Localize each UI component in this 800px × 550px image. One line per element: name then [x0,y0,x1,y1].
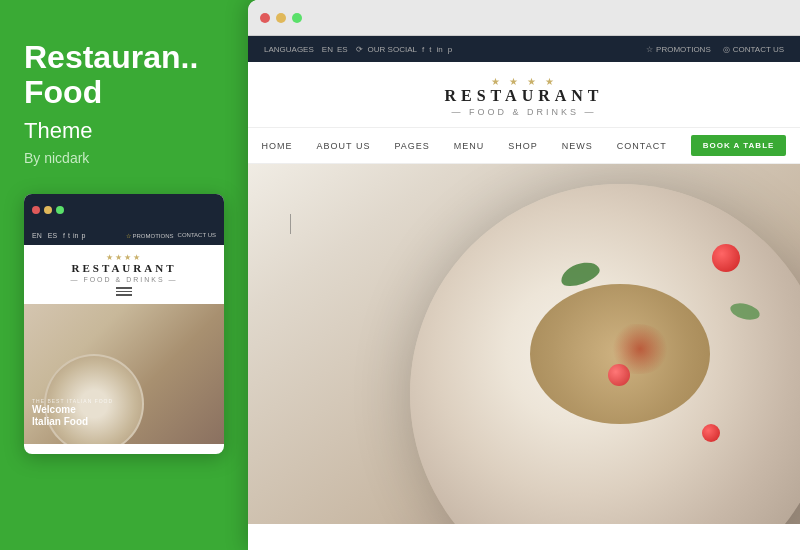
mobile-nav-right: ☆ PROMOTIONS CONTACT US [126,232,216,239]
mobile-contact-label: CONTACT US [178,232,216,239]
star-icon: ☆ [126,233,131,239]
hamburger-line [116,294,132,296]
mobile-hero-label: THE BEST ITALIAN FOOD [32,398,113,404]
browser-dot-red [260,13,270,23]
mobile-topbar: EN ES f t in p ☆ PROMOTIONS CONTACT US [24,226,224,245]
mobile-restaurant-name: RESTAURANT [24,262,224,274]
mobile-browser-chrome [24,194,224,226]
pinterest-icon: p [81,232,85,239]
mobile-logo-section: ★★★★ RESTAURANT — FOOD & DRINKS — [24,245,224,304]
nav-item-about[interactable]: ABOUT US [317,141,371,151]
nav-item-news[interactable]: NEWS [562,141,593,151]
topbar-contact[interactable]: ◎ CONTACT US [723,45,784,54]
mobile-stars: ★★★★ [24,253,224,262]
nav-item-home[interactable]: HOME [262,141,293,151]
mobile-promotions-label: ☆ PROMOTIONS [126,232,174,239]
lang-es[interactable]: ES [337,45,348,54]
mobile-lang-es: ES [48,232,57,239]
mobile-hero-text: THE BEST ITALIAN FOOD Welcome Italian Fo… [32,398,113,428]
mobile-tagline: — FOOD & DRINKS — [24,276,224,283]
facebook-icon[interactable]: f [422,45,424,54]
topbar-right: ☆ PROMOTIONS ◎ CONTACT US [646,45,784,54]
sauce-splash [610,324,670,374]
hamburger-line [116,291,132,293]
mobile-dot-red [32,206,40,214]
website-hero-image [248,164,800,524]
browser-dot-green [292,13,302,23]
twitter-icon[interactable]: t [429,45,431,54]
website-restaurant-name: RESTAURANT [248,87,800,105]
tomato-garnish-3 [702,424,720,442]
theme-title: Restauran.. Food [24,40,224,110]
nav-item-contact[interactable]: CONTACT [617,141,667,151]
left-panel: Restauran.. Food Theme By nicdark EN ES … [0,0,248,550]
mobile-hamburger-menu[interactable] [24,287,224,296]
hamburger-line [116,287,132,289]
social-label: OUR SOCIAL [368,45,417,54]
browser-dot-yellow [276,13,286,23]
linkedin-icon: in [73,232,78,239]
twitter-icon: t [68,232,70,239]
website-stars: ★ ★ ★ ★ [248,76,800,87]
mobile-lang-en: EN [32,232,42,239]
tomato-garnish-1 [712,244,740,272]
book-table-button[interactable]: BOOK A TABLE [691,135,787,156]
mobile-nav-left: EN ES f t in p [32,232,85,239]
lang-en[interactable]: EN [322,45,333,54]
nav-item-menu[interactable]: MENU [454,141,485,151]
cursor-indicator [290,214,291,234]
facebook-icon: f [63,232,65,239]
topbar-social: ⟳ OUR SOCIAL f t in p [356,45,453,54]
mobile-window-dots [32,206,64,214]
browser-chrome [248,0,800,36]
theme-author: By nicdark [24,150,224,166]
languages-label: LANGUAGES [264,45,314,54]
mobile-hero-heading: Welcome Italian Food [32,404,113,428]
nav-item-shop[interactable]: SHOP [508,141,538,151]
website-logo-section: ★ ★ ★ ★ RESTAURANT — FOOD & DRINKS — [248,62,800,128]
main-website-preview: LANGUAGES EN ES ⟳ OUR SOCIAL f t in p ☆ … [248,0,800,550]
mobile-dot-green [56,206,64,214]
pinterest-icon[interactable]: p [448,45,452,54]
topbar-promotions[interactable]: ☆ PROMOTIONS [646,45,711,54]
mobile-hero-image: THE BEST ITALIAN FOOD Welcome Italian Fo… [24,304,224,444]
website-nav: HOME ABOUT US PAGES MENU SHOP NEWS CONTA… [248,128,800,164]
website-tagline: — FOOD & DRINKS — [248,107,800,117]
contact-icon: ◎ [723,45,730,54]
linkedin-icon[interactable]: in [436,45,442,54]
topbar-left: LANGUAGES EN ES ⟳ OUR SOCIAL f t in p [264,45,452,54]
mobile-social-icons: f t in p [63,232,85,239]
mobile-preview: EN ES f t in p ☆ PROMOTIONS CONTACT US ★… [24,194,224,454]
mobile-dot-yellow [44,206,52,214]
theme-subtitle: Theme [24,118,224,144]
share-icon: ⟳ [356,45,363,54]
star-icon: ☆ [646,45,653,54]
nav-item-pages[interactable]: PAGES [394,141,429,151]
topbar-languages: EN ES [322,45,348,54]
website-topbar: LANGUAGES EN ES ⟳ OUR SOCIAL f t in p ☆ … [248,36,800,62]
